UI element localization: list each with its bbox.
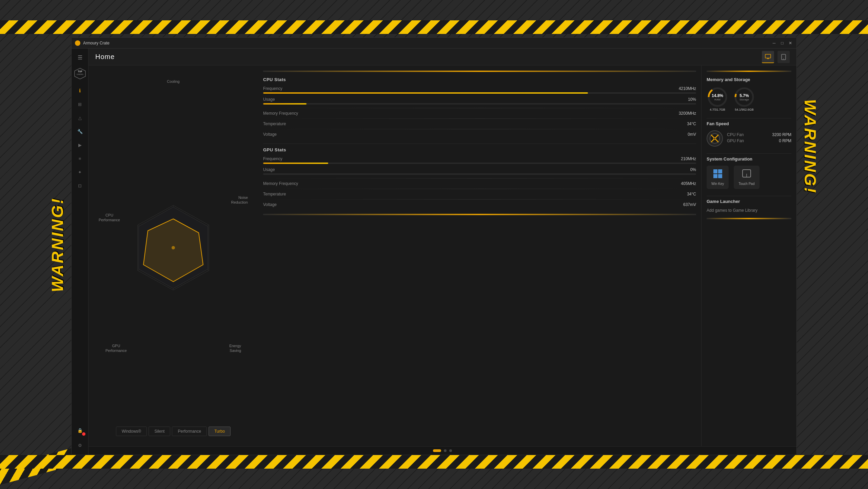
ram-gauge-container: 14.8% RAM 4.7/31.7GB	[707, 86, 728, 111]
gpu-separator-3	[263, 199, 696, 200]
aura-icon: ✦	[78, 170, 82, 175]
fan-speed-section: Fan Speed	[707, 121, 791, 147]
pagination-dot-3[interactable]	[449, 449, 452, 452]
close-button[interactable]: ✕	[788, 40, 793, 46]
cpu-frequency-row: Frequency 4210MHz	[263, 86, 696, 91]
pagination-dots	[88, 446, 796, 455]
svg-rect-28	[718, 169, 722, 173]
gpu-frequency-value: 210MHz	[681, 156, 696, 161]
info-separator-3	[707, 196, 791, 196]
game-launcher-title: Game Launcher	[707, 199, 791, 204]
minimize-button[interactable]: ─	[771, 40, 777, 46]
gpu-voltage-row: Voltage 637mV	[263, 202, 696, 207]
app-window: Armoury Crate ─ □ ✕ ☰ TUF GAMING ℹ	[71, 37, 797, 455]
phone-icon	[781, 54, 786, 60]
app-icon	[75, 40, 80, 46]
sidebar-item-media[interactable]: ▶	[74, 139, 86, 151]
radar-label-cpu: CPUPerformance	[99, 213, 120, 223]
radar-label-gpu: GPUPerformance	[105, 343, 127, 353]
cpu-fan-value: 3200 RPM	[772, 132, 791, 137]
main-content: Home	[88, 49, 796, 455]
sidebar-item-scenarios[interactable]: ⊡	[74, 180, 86, 192]
maximize-button[interactable]: □	[780, 40, 785, 46]
mode-silent-button[interactable]: Silent	[149, 427, 170, 436]
sidebar-item-monitor[interactable]: ⊞	[74, 98, 86, 110]
gpu-usage-label: Usage	[263, 167, 275, 172]
device-view-button[interactable]	[777, 51, 790, 63]
gpu-frequency-bar	[263, 163, 696, 164]
gpu-frequency-label: Frequency	[263, 156, 282, 161]
touchpad-label: Touch Pad	[738, 182, 754, 186]
cpu-temp-row: Temperature 34°C	[263, 121, 696, 126]
pagination-dot-1[interactable]	[433, 449, 441, 452]
fan-details: CPU Fan 3200 RPM GPU Fan 0 RPM	[727, 132, 791, 145]
gauges-row: 14.8% RAM 4.7/31.7GB	[707, 86, 791, 111]
radar-label-energy: EnergySaving	[229, 343, 241, 353]
cpu-usage-row: Usage 10%	[263, 97, 696, 102]
storage-gauge-text: 5.7% Storage	[739, 93, 749, 101]
fan-icon	[707, 130, 723, 147]
info-top-separator	[707, 71, 791, 72]
radar-chart	[126, 200, 221, 295]
monitor-icon: ⊞	[78, 102, 82, 107]
ram-gauge-text: 14.8% RAM	[712, 93, 723, 101]
gpu-temp-value: 34°C	[687, 192, 696, 196]
mode-performance-button[interactable]: Performance	[172, 427, 207, 436]
sidebar-item-wrench[interactable]: 🔧	[74, 125, 86, 137]
wrench-icon: 🔧	[77, 129, 83, 134]
svg-rect-27	[713, 169, 717, 173]
mode-turbo-button[interactable]: Turbo	[209, 427, 231, 436]
app-title: Armoury Crate	[83, 41, 771, 45]
warning-tape-bottom	[0, 455, 868, 469]
sidebar-menu-icon[interactable]: ☰	[74, 51, 86, 63]
svg-point-7	[783, 58, 784, 59]
header-icons	[762, 51, 790, 63]
windows-icon	[713, 169, 723, 181]
top-separator	[263, 71, 696, 72]
touchpad-button[interactable]: Touch Pad	[734, 166, 759, 189]
touchpad-icon	[742, 169, 751, 181]
ram-detail: 4.7/31.7GB	[710, 108, 725, 111]
cpu-voltage-row: Voltage 0mV	[263, 132, 696, 137]
pagination-dot-2[interactable]	[444, 449, 447, 452]
sidebar-item-settings[interactable]: ⚙	[74, 439, 86, 451]
sidebar-item-lock[interactable]: 🔒	[74, 424, 86, 436]
monitor-view-button[interactable]	[762, 51, 774, 63]
gpu-usage-row: Usage 0%	[263, 167, 696, 172]
stats-column: CPU Stats Frequency 4210MHz Usage 10%	[258, 65, 702, 446]
gpu-temp-row: Temperature 34°C	[263, 192, 696, 196]
gpu-memfreq-row: Memory Frequency 405MHz	[263, 181, 696, 186]
gpu-frequency-fill	[263, 163, 328, 164]
info-separator-2	[707, 153, 791, 154]
cpu-memfreq-row: Memory Frequency 3200MHz	[263, 111, 696, 116]
app-body: ☰ TUF GAMING ℹ ⊞ △ 🔧	[72, 49, 796, 455]
storage-gauge: 5.7% Storage	[733, 86, 755, 108]
sidebar-item-aura[interactable]: ✦	[74, 166, 86, 178]
cpu-frequency-bar	[263, 92, 696, 94]
win-key-button[interactable]: Win Key	[707, 166, 729, 189]
radar-container: Cooling CPUPerformance NoiseReduction GP…	[95, 72, 251, 423]
sys-config-items: Win Key Touch Pad	[707, 166, 791, 189]
game-launcher-add[interactable]: Add games to Game Library	[707, 208, 791, 213]
storage-detail: 54.1/952.6GB	[735, 108, 754, 111]
mode-windows-button[interactable]: Windows®	[116, 427, 147, 436]
notification-dot	[82, 432, 85, 436]
gpu-memfreq-value: 405MHz	[681, 181, 696, 186]
cpu-fan-item: CPU Fan 3200 RPM	[727, 132, 791, 137]
cpu-memfreq-label: Memory Frequency	[263, 111, 298, 116]
main-separator	[263, 144, 696, 144]
cpu-usage-bar	[263, 103, 696, 105]
cpu-temp-value: 34°C	[687, 121, 696, 126]
cpu-separator-3	[263, 129, 696, 129]
warning-label-left: WARNING!	[48, 197, 67, 292]
game-launcher-section: Game Launcher Add games to Game Library	[707, 199, 791, 213]
sidebar-item-bars[interactable]: ≡	[74, 152, 86, 165]
sidebar-item-info[interactable]: ℹ	[74, 84, 86, 97]
page-title: Home	[95, 53, 762, 61]
gpu-fan-value: 0 RPM	[779, 138, 791, 143]
system-config-title: System Configuration	[707, 156, 791, 162]
cpu-separator-1	[263, 108, 696, 108]
bell-icon: △	[78, 115, 82, 120]
sidebar-item-notifications[interactable]: △	[74, 112, 86, 124]
monitor-icon	[765, 54, 771, 60]
